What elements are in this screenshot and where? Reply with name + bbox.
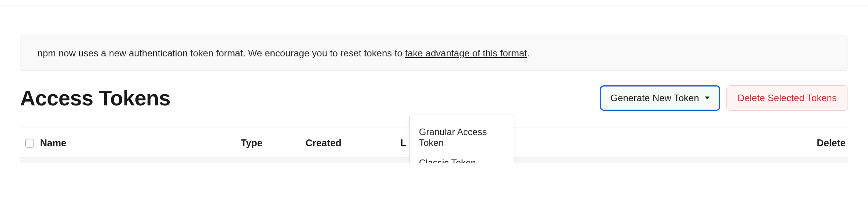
header-actions: Generate New Token Delete Selected Token… <box>600 85 848 111</box>
chevron-down-icon <box>704 96 710 100</box>
notice-prefix: npm now uses a new authentication token … <box>37 48 405 58</box>
token-format-notice: npm now uses a new authentication token … <box>20 36 848 71</box>
column-header-name: Name <box>40 137 241 149</box>
select-all-checkbox[interactable] <box>25 139 34 147</box>
notice-suffix: . <box>527 48 530 58</box>
generate-new-token-button[interactable]: Generate New Token <box>600 85 720 111</box>
content-region: npm now uses a new authentication token … <box>0 36 868 163</box>
notice-link[interactable]: take advantage of this format <box>405 48 527 58</box>
column-header-created: Created <box>306 137 400 149</box>
generate-token-dropdown: Granular Access Token Classic Token <box>409 115 514 163</box>
header-row: Access Tokens Generate New Token Delete … <box>20 85 848 111</box>
topbar-divider <box>0 0 868 5</box>
column-header-type: Type <box>241 137 306 149</box>
page-title: Access Tokens <box>20 86 171 110</box>
delete-selected-tokens-button[interactable]: Delete Selected Tokens <box>726 85 848 111</box>
column-header-delete: Delete <box>817 137 848 149</box>
generate-new-token-label: Generate New Token <box>610 93 699 103</box>
dropdown-item-granular[interactable]: Granular Access Token <box>410 122 514 153</box>
column-checkbox <box>20 139 40 147</box>
dropdown-item-classic[interactable]: Classic Token <box>410 153 514 163</box>
